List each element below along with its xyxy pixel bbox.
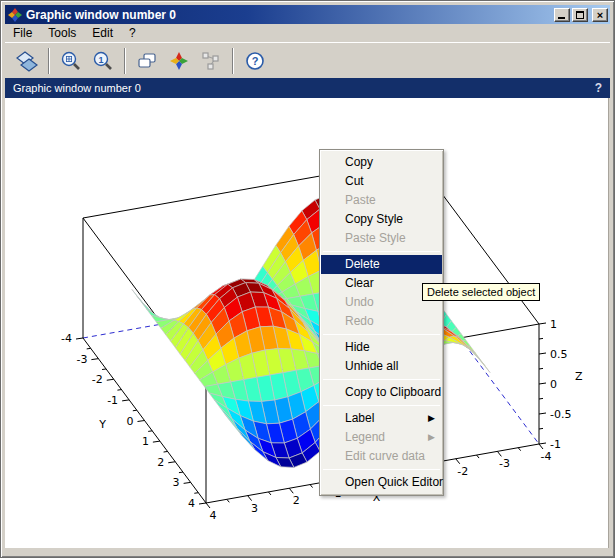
menu-item-edit-curve-data: Edit curve data [321, 447, 442, 466]
tick-label: -4 [61, 332, 72, 345]
quick-editor-icon [168, 50, 190, 72]
zoom-reset-icon: 1 [92, 50, 114, 72]
tick-label: 2 [293, 494, 300, 507]
window-title: Graphic window number 0 [26, 8, 552, 22]
tick-label: 2 [157, 456, 164, 469]
tick-label: 3 [251, 502, 258, 515]
menu-item-copy-style[interactable]: Copy Style [321, 210, 442, 229]
menu-item-legend: Legend▶ [321, 428, 442, 447]
close-button[interactable]: × [592, 8, 608, 22]
menu-item-redo: Redo [321, 312, 442, 331]
tick-label: -2 [457, 465, 468, 478]
infobar-help-icon[interactable]: ? [595, 81, 602, 95]
graphic-window: Graphic window number 0 × FileToolsEdit?… [0, 0, 615, 558]
tick-label: 0 [127, 415, 134, 428]
maximize-button[interactable] [572, 8, 588, 22]
toolbar: 1 [5, 42, 610, 78]
menu-separator [323, 405, 440, 406]
tick-label: Z [575, 370, 583, 383]
tick-label: 0 [550, 378, 557, 391]
tick-label: Y [98, 418, 106, 431]
menu-item-paste-style: Paste Style [321, 229, 442, 248]
tick-label: -3 [499, 457, 510, 470]
menubar-item-edit[interactable]: Edit [84, 25, 121, 41]
tick-label: -4 [541, 450, 552, 463]
toolbar-separator [124, 48, 126, 74]
datatips-icon [200, 50, 222, 72]
menu-separator [323, 469, 440, 470]
tick-label: 4 [210, 509, 217, 522]
tick-label: -2 [92, 373, 103, 386]
toolbar-separator [48, 48, 50, 74]
tick-label: 1 [550, 318, 557, 331]
menu-item-hide[interactable]: Hide [321, 338, 442, 357]
menu-item-unhide-all[interactable]: Unhide all [321, 357, 442, 376]
maximize-icon [576, 11, 584, 19]
tick-label: 4 [188, 497, 195, 510]
tooltip: Delete selected object [422, 283, 540, 301]
figure-dialogs-icon [136, 50, 158, 72]
figure-dialogs-button[interactable] [132, 46, 162, 76]
rotate-button[interactable] [12, 46, 42, 76]
minimize-icon [558, 17, 565, 19]
svg-text:?: ? [252, 55, 259, 67]
figure-info-bar: Graphic window number 0 ? [5, 78, 610, 98]
menu-separator [323, 379, 440, 380]
menu-item-paste: Paste [321, 191, 442, 210]
title-bar[interactable]: Graphic window number 0 × [5, 5, 610, 24]
scilab-app-icon [8, 8, 22, 22]
quick-editor-button[interactable] [164, 46, 194, 76]
zoom-area-icon [60, 50, 82, 72]
menu-separator [323, 334, 440, 335]
datatips-button[interactable] [196, 46, 226, 76]
tick-label: -1 [107, 394, 118, 407]
menu-item-open-quick-editor[interactable]: Open Quick Editor [321, 473, 442, 492]
tick-label: 0.5 [550, 348, 568, 361]
menubar-item-tools[interactable]: Tools [40, 25, 84, 41]
tick-label: -0.5 [550, 408, 571, 421]
menu-bar: FileToolsEdit? [5, 24, 610, 42]
menu-item-copy[interactable]: Copy [321, 153, 442, 172]
menu-item-cut[interactable]: Cut [321, 172, 442, 191]
svg-text:1: 1 [98, 54, 103, 64]
submenu-arrow-icon: ▶ [428, 409, 435, 428]
menu-item-label[interactable]: Label▶ [321, 409, 442, 428]
tick-label: 3 [173, 476, 180, 489]
rotate-icon [16, 50, 38, 72]
toolbar-separator [232, 48, 234, 74]
submenu-arrow-icon: ▶ [428, 428, 435, 447]
help-icon: ? [244, 50, 266, 72]
zoom-reset-button[interactable]: 1 [88, 46, 118, 76]
zoom-area-button[interactable] [56, 46, 86, 76]
menu-item-copy-to-clipboard[interactable]: Copy to Clipboard [321, 383, 442, 402]
context-menu: CopyCutPasteCopy StylePaste StyleDeleteC… [319, 149, 444, 496]
menu-item-delete[interactable]: Delete [321, 255, 442, 274]
tick-label: 1 [142, 435, 149, 448]
tick-label: -3 [76, 353, 87, 366]
figure-info-title: Graphic window number 0 [13, 82, 595, 94]
tick-label: -1 [550, 438, 561, 451]
minimize-button[interactable] [554, 8, 570, 22]
plot-area: 43210-1-2-3-4-4-3-2-10123410.50-0.5-1YZX [5, 98, 609, 548]
menubar-item-file[interactable]: File [5, 25, 40, 41]
close-icon: × [593, 9, 607, 21]
surface-plot-canvas[interactable]: 43210-1-2-3-4-4-3-2-10123410.50-0.5-1YZX [5, 98, 609, 548]
menu-separator [323, 251, 440, 252]
menubar-item--[interactable]: ? [121, 25, 144, 41]
help-button[interactable]: ? [240, 46, 270, 76]
